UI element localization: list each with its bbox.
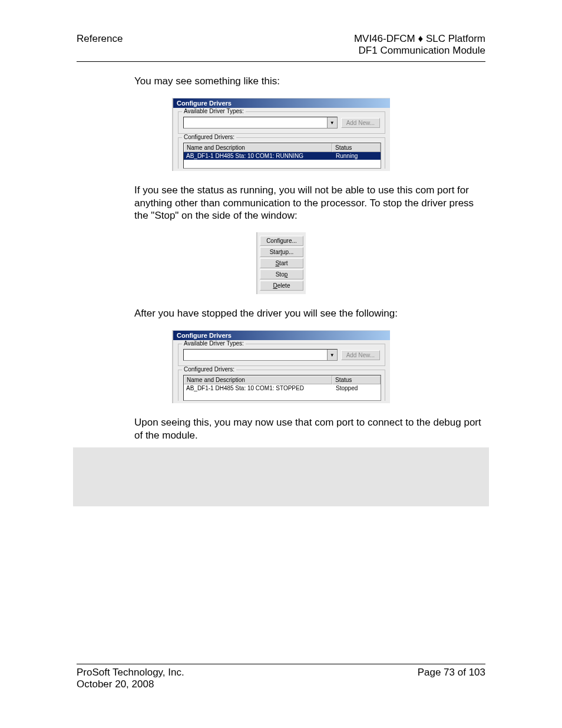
paragraph-intro: You may see something like this: — [134, 75, 485, 87]
start-button[interactable]: Start — [260, 258, 303, 268]
footer-date: October 20, 2008 — [77, 678, 184, 690]
footer-company: ProSoft Technology, Inc. — [77, 667, 184, 678]
page: Reference MVI46-DFCM ♦ SLC Platform DF1 … — [0, 0, 562, 728]
page-header: Reference MVI46-DFCM ♦ SLC Platform DF1 … — [77, 33, 485, 62]
header-left: Reference — [77, 33, 123, 57]
stop-button[interactable]: Stop — [260, 269, 303, 279]
configure-drivers-dialog: Configure Drivers Available Driver Types… — [172, 98, 390, 171]
drivers-table: Name and Description Status AB_DF1-1 DH4… — [183, 143, 381, 169]
table-row-2[interactable]: AB_DF1-1 DH485 Sta: 10 COM1: STOPPED Sto… — [184, 384, 381, 392]
header-right-line2: DF1 Communication Module — [354, 45, 485, 57]
footer-page-number: Page 73 of 103 — [418, 667, 485, 690]
startup-button[interactable]: Startup... — [260, 247, 303, 257]
configured-drivers-group: Configured Drivers: Name and Description… — [178, 137, 385, 169]
add-new-button-2[interactable]: Add New... — [341, 350, 380, 360]
cell-name: AB_DF1-1 DH485 Sta: 10 COM1: RUNNING — [184, 152, 333, 160]
paragraph-conclusion: Upon seeing this, you may now use that c… — [134, 416, 485, 442]
configure-drivers-dialog-stopped: Configure Drivers Available Driver Types… — [172, 330, 390, 403]
configured-legend: Configured Drivers: — [182, 134, 236, 140]
page-footer: ProSoft Technology, Inc. October 20, 200… — [77, 664, 485, 690]
header-right: MVI46-DFCM ♦ SLC Platform DF1 Communicat… — [354, 33, 485, 57]
chevron-down-icon[interactable]: ▼ — [327, 117, 337, 128]
start-label: Start — [275, 260, 287, 266]
driver-type-combo-2[interactable]: ▼ — [183, 349, 338, 361]
table-row-empty-2 — [184, 392, 381, 400]
paragraph-running-explain: If you see the status as running, you wi… — [134, 184, 485, 222]
cell-status-2: Stopped — [333, 384, 381, 392]
col-status-header[interactable]: Status — [332, 143, 381, 152]
delete-button[interactable]: Delete — [260, 281, 303, 291]
footer-left: ProSoft Technology, Inc. October 20, 200… — [77, 667, 184, 690]
table-header: Name and Description Status — [184, 143, 381, 152]
figure-dialog-stopped: Configure Drivers Available Driver Types… — [77, 330, 485, 403]
col-status-header-2[interactable]: Status — [332, 375, 381, 384]
available-legend: Available Driver Types: — [182, 108, 246, 114]
col-name-header[interactable]: Name and Description — [184, 143, 332, 152]
figure-dialog-running: Configure Drivers Available Driver Types… — [77, 98, 485, 171]
stop-label: Stop — [276, 271, 288, 278]
gray-block — [73, 447, 489, 506]
table-row-empty — [184, 160, 381, 168]
table-row[interactable]: AB_DF1-1 DH485 Sta: 10 COM1: RUNNING Run… — [184, 152, 381, 160]
header-right-line1: MVI46-DFCM ♦ SLC Platform — [354, 33, 485, 45]
paragraph-after-stop: After you have stopped the driver you wi… — [134, 307, 485, 319]
drivers-table-2: Name and Description Status AB_DF1-1 DH4… — [183, 375, 381, 401]
driver-type-input[interactable] — [184, 117, 327, 128]
delete-label: Delete — [273, 282, 290, 289]
available-driver-types-group: Available Driver Types: ▼ Add New... — [178, 111, 385, 134]
available-legend-2: Available Driver Types: — [182, 340, 246, 347]
dialog-title-2: Configure Drivers — [173, 331, 390, 340]
chevron-down-icon-2[interactable]: ▼ — [327, 350, 337, 360]
cell-name-2: AB_DF1-1 DH485 Sta: 10 COM1: STOPPED — [184, 384, 333, 392]
col-name-header-2[interactable]: Name and Description — [184, 375, 332, 384]
table-header-2: Name and Description Status — [184, 375, 381, 384]
configure-button[interactable]: Configure... — [260, 236, 303, 246]
configured-legend-2: Configured Drivers: — [182, 366, 236, 373]
driver-type-input-2[interactable] — [184, 350, 327, 360]
dialog-title: Configure Drivers — [173, 98, 390, 108]
configured-drivers-group-2: Configured Drivers: Name and Description… — [178, 370, 385, 401]
cell-status: Running — [333, 152, 381, 160]
driver-type-combo[interactable]: ▼ — [183, 117, 338, 129]
add-new-button[interactable]: Add New... — [341, 118, 380, 128]
figure-button-panel: Configure... Startup... Start Stop Delet… — [77, 232, 485, 294]
available-driver-types-group-2: Available Driver Types: ▼ Add New... — [178, 344, 385, 366]
startup-label: Startup... — [270, 249, 294, 255]
side-button-panel: Configure... Startup... Start Stop Delet… — [256, 232, 306, 294]
